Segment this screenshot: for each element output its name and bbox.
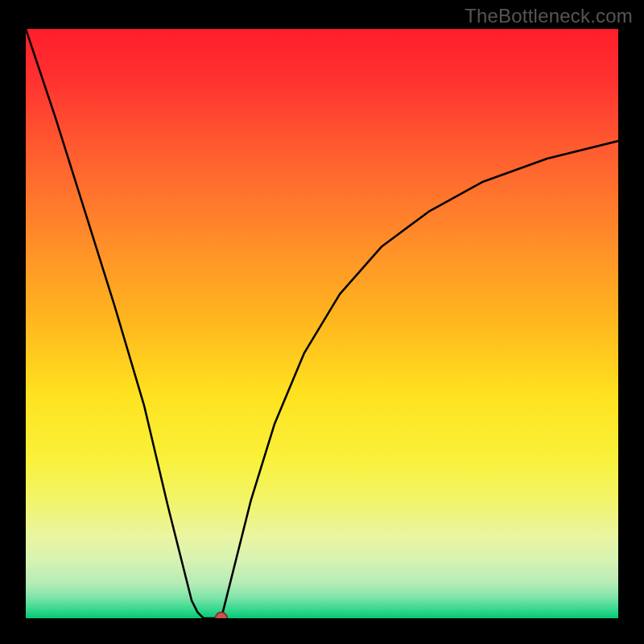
watermark-text: TheBottleneck.com bbox=[464, 5, 633, 27]
chart-stage: TheBottleneck.com bbox=[0, 0, 644, 644]
minimum-marker-dot bbox=[216, 613, 228, 618]
plot-frame bbox=[26, 29, 618, 618]
curve-layer bbox=[26, 29, 618, 618]
bottleneck-curve bbox=[26, 29, 618, 618]
